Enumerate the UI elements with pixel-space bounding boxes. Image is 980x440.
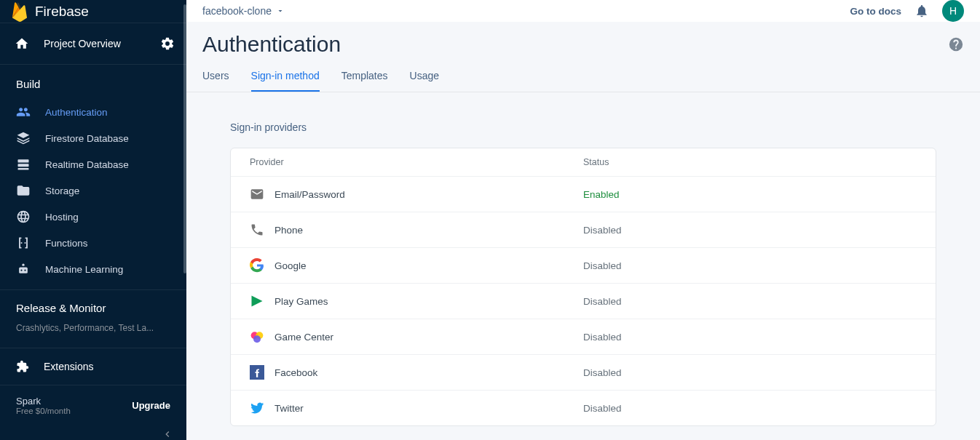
google-provider-icon [250,258,264,273]
provider-row-google[interactable]: Google Disabled [231,247,936,283]
page-title: Authentication [202,32,341,57]
tab-templates[interactable]: Templates [341,70,388,92]
sidebar-release-subtext: Crashlytics, Performance, Test La... [0,323,186,340]
svg-point-11 [253,335,261,343]
plan-name: Spark [16,396,71,407]
provider-name: Google [274,260,307,271]
brand-name: Firebase [35,4,89,20]
provider-status: Disabled [583,260,917,271]
sidebar-extensions-label: Extensions [44,361,93,372]
provider-status: Disabled [583,296,917,307]
sidebar-section-release[interactable]: Release & Monitor Crashlytics, Performan… [0,290,186,348]
user-avatar[interactable]: H [942,0,964,22]
provider-name: Game Center [274,332,333,343]
firebase-logo-icon [12,1,28,22]
phone-provider-icon [250,223,264,237]
provider-name: Twitter [274,403,304,414]
provider-row-email-password[interactable]: Email/Password Enabled [231,176,936,212]
tabs: UsersSign-in methodTemplatesUsage [186,57,980,92]
provider-status: Disabled [583,403,917,414]
sidebar-item-label: Realtime Database [45,159,129,170]
provider-status: Disabled [583,332,917,343]
sidebar: Firebase Project Overview Build Authenti… [0,0,186,440]
svg-point-3 [21,242,23,244]
sidebar-item-label: Machine Learning [45,264,123,275]
svg-point-4 [25,242,26,244]
sidebar-item-authentication[interactable]: Authentication [0,99,186,125]
globe-icon [16,209,31,224]
go-to-docs-link[interactable]: Go to docs [850,6,902,17]
provider-name: Play Games [274,296,328,307]
facebook-provider-icon [250,365,264,380]
sidebar-item-storage[interactable]: Storage [0,177,186,204]
svg-rect-1 [18,164,29,167]
content-area: Sign-in providers Provider Status Email/… [186,92,980,440]
tab-usage[interactable]: Usage [410,70,439,92]
provider-name: Facebook [274,367,317,378]
project-overview-row[interactable]: Project Overview [0,23,186,65]
provider-row-twitter[interactable]: Twitter Disabled [231,390,936,425]
sidebar-item-label: Functions [45,238,88,249]
help-icon[interactable] [948,36,964,52]
svg-rect-2 [18,168,29,170]
brand-row[interactable]: Firebase [0,0,186,23]
collapse-sidebar-icon[interactable] [162,428,173,440]
svg-rect-6 [19,268,28,273]
provider-row-play-games[interactable]: Play Games Disabled [231,283,936,319]
notifications-bell-icon[interactable] [914,4,929,18]
svg-point-7 [20,270,22,271]
sidebar-item-label: Firestore Database [45,133,129,144]
home-icon [15,36,29,51]
sidebar-item-machine-learning[interactable]: Machine Learning [0,256,186,282]
sidebar-item-hosting[interactable]: Hosting [0,204,186,230]
sidebar-item-label: Storage [45,185,79,196]
plan-sub: Free $0/month [16,407,71,415]
tab-sign-in-method[interactable]: Sign-in method [251,70,320,92]
provider-name: Phone [274,225,303,236]
col-status: Status [583,157,917,167]
sidebar-item-label: Hosting [45,212,79,223]
project-selector[interactable]: facebook-clone [202,5,285,17]
provider-status: Disabled [583,367,917,378]
sidebar-item-extensions[interactable]: Extensions [0,348,186,385]
email-provider-icon [250,187,264,201]
layers-icon [16,131,31,145]
settings-gear-icon[interactable] [154,31,181,57]
sidebar-item-firestore-database[interactable]: Firestore Database [0,125,186,151]
sidebar-item-label: Authentication [45,107,108,118]
dropdown-caret-icon [276,7,285,15]
plan-row: Spark Free $0/month Upgrade [0,385,186,425]
people-icon [16,105,31,119]
sidebar-item-realtime-database[interactable]: Realtime Database [0,151,186,177]
play-provider-icon [250,294,264,308]
svg-point-8 [24,270,25,271]
col-provider: Provider [250,157,583,167]
twitter-provider-icon [250,401,264,415]
sidebar-item-functions[interactable]: Functions [0,230,186,256]
sidebar-scrollbar[interactable] [183,4,186,273]
tab-users[interactable]: Users [202,70,229,92]
page-heading-row: Authentication [186,22,980,57]
providers-table: Provider Status Email/Password Enabled P… [230,148,936,426]
provider-row-facebook[interactable]: Facebook Disabled [231,354,936,390]
project-overview-label: Project Overview [44,38,121,49]
folder-icon [16,183,31,198]
sidebar-section-build: Build AuthenticationFirestore DatabaseRe… [0,65,186,290]
provider-status: Enabled [583,189,917,200]
sidebar-header-build[interactable]: Build [0,65,186,99]
section-label: Sign-in providers [230,121,936,133]
project-name: facebook-clone [202,5,272,17]
provider-status: Disabled [583,225,917,236]
provider-row-game-center[interactable]: Game Center Disabled [231,319,936,354]
upgrade-button[interactable]: Upgrade [132,400,170,411]
functions-icon [16,236,31,250]
robot-icon [16,262,31,276]
avatar-initial: H [949,5,957,17]
provider-row-phone[interactable]: Phone Disabled [231,212,936,247]
table-header: Provider Status [231,148,936,176]
database-icon [16,157,31,172]
sidebar-header-release: Release & Monitor [0,302,186,323]
main-content: facebook-clone Go to docs H Authenticati… [186,0,980,440]
svg-point-5 [22,264,24,266]
provider-name: Email/Password [274,189,345,200]
